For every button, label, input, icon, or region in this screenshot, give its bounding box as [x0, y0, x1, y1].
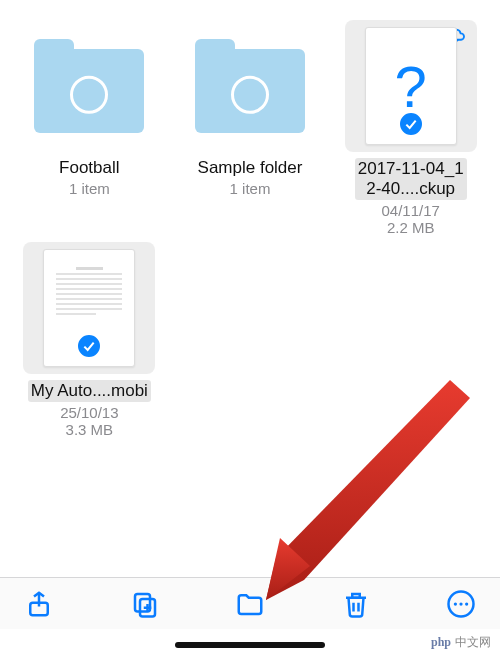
bottom-toolbar	[0, 577, 500, 629]
item-meta: 25/10/13	[60, 404, 118, 421]
folder-icon	[34, 49, 144, 133]
item-name: My Auto....mobi	[28, 380, 151, 402]
file-thumb	[23, 242, 155, 374]
item-meta: 1 item	[69, 180, 110, 197]
selected-check-icon	[397, 110, 425, 138]
item-meta: 04/11/17	[381, 202, 439, 219]
move-button[interactable]	[233, 587, 267, 621]
file-grid: Football 1 item Sample folder 1 item ? 2…	[0, 0, 500, 438]
item-name: Sample folder	[198, 158, 303, 178]
grid-item[interactable]: Football 1 item	[12, 20, 167, 236]
svg-point-6	[465, 602, 468, 605]
folder-thumb	[184, 20, 316, 152]
item-name: Football	[59, 158, 119, 178]
folder-ring	[231, 76, 269, 114]
grid-item[interactable]: ? 2017-11-04_1 2-40....ckup 04/11/17 2.2…	[333, 20, 488, 236]
svg-point-4	[454, 602, 457, 605]
grid-item[interactable]: My Auto....mobi 25/10/13 3.3 MB	[12, 242, 167, 438]
unknown-file-icon: ?	[365, 27, 457, 145]
folder-ring	[70, 76, 108, 114]
file-thumb: ?	[345, 20, 477, 152]
more-button[interactable]	[444, 587, 478, 621]
item-size: 2.2 MB	[387, 219, 435, 236]
watermark-text: 中文网	[455, 634, 491, 651]
watermark-prefix: php	[431, 635, 451, 650]
delete-button[interactable]	[339, 587, 373, 621]
grid-item[interactable]: Sample folder 1 item	[173, 20, 328, 236]
document-icon	[43, 249, 135, 367]
item-meta: 1 item	[230, 180, 271, 197]
share-button[interactable]	[22, 587, 56, 621]
folder-thumb	[23, 20, 155, 152]
duplicate-button[interactable]	[128, 587, 162, 621]
watermark: php 中文网	[428, 633, 494, 652]
folder-icon	[195, 49, 305, 133]
item-size: 3.3 MB	[66, 421, 114, 438]
item-name: 2017-11-04_1 2-40....ckup	[355, 158, 467, 200]
home-indicator	[175, 642, 325, 648]
svg-point-5	[459, 602, 462, 605]
selected-check-icon	[75, 332, 103, 360]
